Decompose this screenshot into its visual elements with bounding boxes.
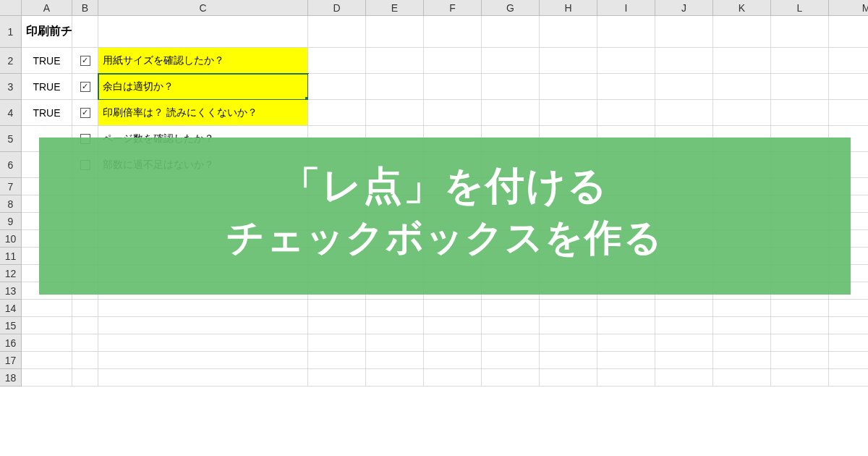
cell-B4[interactable]: ✓ — [72, 100, 98, 126]
cell-E4[interactable] — [366, 100, 424, 126]
cell-L17[interactable] — [771, 352, 829, 369]
cell-D4[interactable] — [308, 100, 366, 126]
cell-D16[interactable] — [308, 334, 366, 352]
row-header-14[interactable]: 14 — [0, 300, 22, 317]
cell-F2[interactable] — [424, 48, 482, 74]
cell-J18[interactable] — [655, 369, 713, 387]
cell-D18[interactable] — [308, 369, 366, 387]
cell-G2[interactable] — [482, 48, 540, 74]
cell-K17[interactable] — [713, 352, 771, 369]
cell-G15[interactable] — [482, 317, 540, 334]
row-header-9[interactable]: 9 — [0, 213, 22, 230]
cell-H3[interactable] — [540, 74, 597, 100]
cell-K2[interactable] — [713, 48, 771, 74]
cell-E18[interactable] — [366, 369, 424, 387]
cell-F15[interactable] — [424, 317, 482, 334]
cell-M15[interactable] — [829, 317, 868, 334]
cell-J14[interactable] — [655, 300, 713, 317]
cell-F17[interactable] — [424, 352, 482, 369]
cell-D1[interactable] — [308, 16, 366, 48]
cell-H18[interactable] — [540, 369, 597, 387]
cell-D3[interactable] — [308, 74, 366, 100]
cell-I16[interactable] — [597, 334, 655, 352]
select-all-corner[interactable] — [0, 0, 22, 15]
cell-H1[interactable] — [540, 16, 597, 48]
cell-H15[interactable] — [540, 317, 597, 334]
cell-G3[interactable] — [482, 74, 540, 100]
cell-C2[interactable]: 用紙サイズを確認したか？ — [98, 48, 308, 74]
cell-D14[interactable] — [308, 300, 366, 317]
column-header-J[interactable]: J — [655, 0, 713, 15]
row-header-18[interactable]: 18 — [0, 369, 22, 387]
cell-I18[interactable] — [597, 369, 655, 387]
checkbox-checked-icon[interactable]: ✓ — [80, 108, 90, 118]
cell-M18[interactable] — [829, 369, 868, 387]
row-header-8[interactable]: 8 — [0, 195, 22, 213]
cell-J3[interactable] — [655, 74, 713, 100]
cell-C18[interactable] — [98, 369, 308, 387]
cell-M17[interactable] — [829, 352, 868, 369]
row-header-16[interactable]: 16 — [0, 334, 22, 352]
cell-A1[interactable]: 印刷前チェックシート — [22, 16, 72, 48]
cell-A2[interactable]: TRUE — [22, 48, 72, 74]
cell-A4[interactable]: TRUE — [22, 100, 72, 126]
cell-K15[interactable] — [713, 317, 771, 334]
cell-M4[interactable] — [829, 100, 868, 126]
row-header-10[interactable]: 10 — [0, 230, 22, 248]
cell-M14[interactable] — [829, 300, 868, 317]
cell-E14[interactable] — [366, 300, 424, 317]
cell-I14[interactable] — [597, 300, 655, 317]
cell-L18[interactable] — [771, 369, 829, 387]
column-header-F[interactable]: F — [424, 0, 482, 15]
cell-E16[interactable] — [366, 334, 424, 352]
cell-H2[interactable] — [540, 48, 597, 74]
cell-L3[interactable] — [771, 74, 829, 100]
cell-L16[interactable] — [771, 334, 829, 352]
cell-J4[interactable] — [655, 100, 713, 126]
cell-F1[interactable] — [424, 16, 482, 48]
cell-B17[interactable] — [72, 352, 98, 369]
cell-I1[interactable] — [597, 16, 655, 48]
cell-L15[interactable] — [771, 317, 829, 334]
cell-J15[interactable] — [655, 317, 713, 334]
column-header-M[interactable]: M — [829, 0, 868, 15]
cell-A3[interactable]: TRUE — [22, 74, 72, 100]
column-header-I[interactable]: I — [597, 0, 655, 15]
cell-B3[interactable]: ✓ — [72, 74, 98, 100]
cell-B18[interactable] — [72, 369, 98, 387]
row-header-5[interactable]: 5 — [0, 126, 22, 152]
column-header-L[interactable]: L — [771, 0, 829, 15]
row-header-11[interactable]: 11 — [0, 248, 22, 265]
column-header-K[interactable]: K — [713, 0, 771, 15]
column-header-E[interactable]: E — [366, 0, 424, 15]
cell-M16[interactable] — [829, 334, 868, 352]
cell-H4[interactable] — [540, 100, 597, 126]
cell-M2[interactable] — [829, 48, 868, 74]
cell-C14[interactable] — [98, 300, 308, 317]
cell-B1[interactable] — [72, 16, 98, 48]
cell-M3[interactable] — [829, 74, 868, 100]
cell-H16[interactable] — [540, 334, 597, 352]
cell-G16[interactable] — [482, 334, 540, 352]
cell-K18[interactable] — [713, 369, 771, 387]
row-header-1[interactable]: 1 — [0, 16, 22, 48]
row-header-17[interactable]: 17 — [0, 352, 22, 369]
row-header-12[interactable]: 12 — [0, 265, 22, 282]
cell-A17[interactable] — [22, 352, 72, 369]
cell-F4[interactable] — [424, 100, 482, 126]
cell-L2[interactable] — [771, 48, 829, 74]
cell-I17[interactable] — [597, 352, 655, 369]
cell-A15[interactable] — [22, 317, 72, 334]
column-header-A[interactable]: A — [22, 0, 72, 15]
cell-K14[interactable] — [713, 300, 771, 317]
cell-K16[interactable] — [713, 334, 771, 352]
column-header-C[interactable]: C — [98, 0, 308, 15]
row-header-3[interactable]: 3 — [0, 74, 22, 100]
cell-G18[interactable] — [482, 369, 540, 387]
row-header-13[interactable]: 13 — [0, 282, 22, 300]
cell-J16[interactable] — [655, 334, 713, 352]
cell-B14[interactable] — [72, 300, 98, 317]
cell-I2[interactable] — [597, 48, 655, 74]
row-header-7[interactable]: 7 — [0, 178, 22, 195]
cell-A18[interactable] — [22, 369, 72, 387]
